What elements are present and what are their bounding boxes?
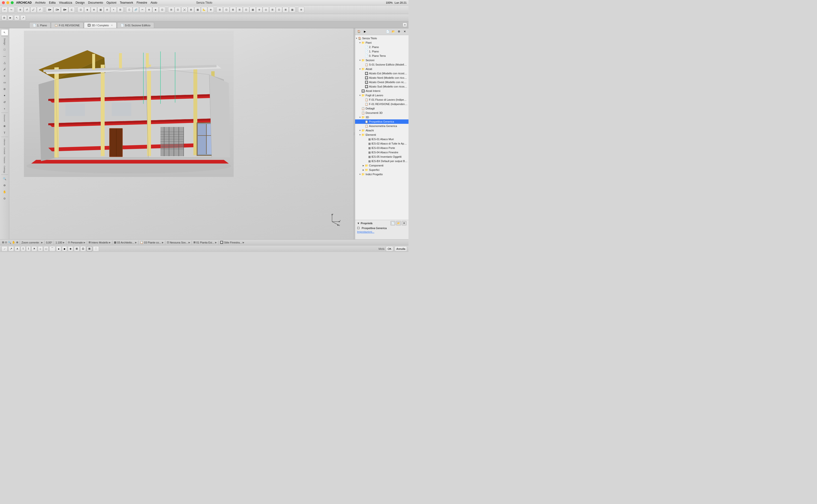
edit-5[interactable]: ◈ (152, 7, 159, 13)
status-zoom[interactable]: Zoom corrente : ▶ (21, 241, 43, 244)
tree-item[interactable]: ▦IES-BX Default per output BIMx (355, 159, 408, 163)
panel-home-btn[interactable]: 🏠 (356, 29, 361, 34)
menu-design[interactable]: Design (76, 1, 85, 4)
left-tool-hatch[interactable]: ≡ (1, 73, 8, 79)
tree-item[interactable]: ▼📁Fogli di Lavoro (355, 93, 408, 97)
menu-archicad[interactable]: ARCHICAD (16, 1, 32, 4)
prop-open-btn[interactable]: 📂 (396, 221, 401, 225)
menu-edita[interactable]: Edita (49, 1, 56, 4)
edit-2[interactable]: 🔗 (133, 7, 139, 13)
bottom-snap-tool[interactable]: ◈ (68, 246, 73, 252)
3d-9[interactable]: ⊞ (269, 7, 275, 13)
prop-new-btn[interactable]: 📄 (390, 221, 395, 225)
left-tool-orbit[interactable]: ⊙ (1, 195, 8, 202)
menu-opzioni[interactable]: Opzioni (107, 1, 117, 4)
left-tool-slab[interactable]: ▭ (1, 79, 8, 86)
tab-3d[interactable]: 🔲 3D / Completo ✕ (84, 22, 117, 28)
maximize-button[interactable] (11, 1, 14, 4)
tree-item[interactable]: 🔲Alzato Nord (Modello con ricostruzione … (355, 76, 408, 80)
tree-item[interactable]: ▦IES-05 Inventario Oggetti (355, 155, 408, 159)
second-2[interactable]: ▶ (8, 15, 13, 20)
status-window-style[interactable]: 🔲 Stile Finestra... ▶ (220, 241, 244, 244)
tree-item[interactable]: 📋Documenti 3D (355, 111, 408, 115)
bottom-section-tool[interactable]: ⊠ (87, 246, 92, 252)
tool-1[interactable]: ⊡ (78, 7, 84, 13)
status-model[interactable]: ⊞ Intero Modello ▶ (88, 241, 111, 244)
tree-item[interactable]: ▦IES-01 Abaco Muri (355, 137, 408, 141)
tab-sezione[interactable]: 📄 S-01 Sezione Edificio (117, 22, 154, 28)
tool-5[interactable]: ⊘ (104, 7, 110, 13)
tool-3[interactable]: ⊕ (91, 7, 97, 13)
bottom-curve-tool[interactable]: ⌇ (26, 246, 31, 252)
panel-back-btn[interactable]: ▶ (362, 29, 367, 34)
menu-teamwork[interactable]: Teamwork (120, 1, 133, 4)
edit-6[interactable]: ⊡ (159, 7, 165, 13)
bottom-dot-tool[interactable]: ● (56, 246, 61, 252)
tab-piano[interactable]: 📄 1. Piano (29, 22, 50, 28)
menu-aiuto[interactable]: Aiuto (150, 1, 157, 4)
tree-item[interactable]: ▼📁Abachi (355, 128, 408, 133)
panel-open-btn[interactable]: 📂 (391, 29, 396, 34)
3d-8[interactable]: ◎ (263, 7, 269, 13)
project-tree[interactable]: ▼🏠Senza Titolo▼📁Piani 📄2. Piano 📄1. Pian… (355, 35, 408, 220)
tree-item[interactable]: 📋F-01 REVISIONE (Indipendente) (355, 102, 408, 106)
tree-item[interactable]: 📄2. Piano (355, 45, 408, 49)
status-override[interactable]: ⊡ Nessuna Sov... ▶ (167, 241, 190, 244)
tab-nav-btn[interactable]: ▾ (402, 23, 407, 27)
left-tool-zoom-in[interactable]: 🔍 (1, 175, 8, 182)
bottom-arrow-tool[interactable]: ⟋ (1, 246, 8, 252)
info-5[interactable]: ▦ (194, 7, 201, 13)
bottom-circle-tool[interactable]: ○ (38, 246, 43, 252)
prop-close-btn[interactable]: ✕ (402, 221, 406, 225)
3d-2[interactable]: ⊡ (223, 7, 229, 13)
edit-1[interactable]: ⟨⟩ (126, 7, 132, 13)
tool-4[interactable]: ▦ (97, 7, 104, 13)
left-tool-pan[interactable]: ✋ (1, 189, 8, 195)
tree-item[interactable]: 📋F-01 Flusso di Lavoro (Indipendente) (355, 97, 408, 102)
tree-item[interactable]: 🔲Alzato Est (Modello con ricostruzione a… (355, 71, 408, 76)
viewport-3d[interactable]: z y x (9, 28, 353, 239)
tab-3d-close[interactable]: ✕ (111, 24, 113, 27)
nav-btn-4[interactable]: ✐ (37, 7, 43, 13)
info-2[interactable]: ⊡ (175, 7, 181, 13)
prop-settings-link[interactable]: Impostazioni... (357, 230, 374, 233)
bottom-fill-tool[interactable]: ■ (62, 246, 67, 252)
left-tool-fill[interactable]: 〆 (1, 66, 8, 72)
left-tool-text[interactable]: T (1, 130, 8, 136)
panel-new-btn[interactable]: 📄 (385, 29, 390, 34)
info-3[interactable]: 〤 (181, 7, 187, 13)
status-renovation[interactable]: ⊠ 01 Pianta Esi... ▶ (193, 241, 217, 244)
bottom-cross-tool[interactable]: ✕ (31, 246, 37, 252)
3d-12[interactable]: ▦ (289, 7, 295, 13)
panel-close-btn[interactable]: ✕ (402, 29, 407, 34)
3d-4[interactable]: ⊞ (236, 7, 243, 13)
second-1[interactable]: ⊞ (1, 15, 7, 20)
bottom-move-tool[interactable]: ↗ (8, 246, 14, 252)
left-tool-add[interactable]: + (1, 106, 8, 112)
tree-item[interactable]: ▦IES-03 Abaco Porte (355, 146, 408, 150)
tree-item[interactable]: 📋Assonometria Generica (355, 124, 408, 128)
3d-11[interactable]: ⊠ (282, 7, 289, 13)
second-3[interactable]: ↖ (14, 15, 20, 20)
edit-4[interactable]: ⊕ (146, 7, 152, 13)
annulla-button[interactable]: Annulla (394, 246, 407, 252)
redo-button[interactable]: ↪ (8, 7, 14, 13)
info-1[interactable]: ⊞ (168, 7, 174, 13)
tree-item[interactable]: 📄1. Piano (355, 49, 408, 54)
tree-item[interactable]: ▶📁Componenti (355, 163, 408, 168)
tree-item[interactable]: 📄0. Piano Terra (355, 54, 408, 58)
left-tool-stair[interactable]: ✦ (1, 92, 8, 99)
tree-item[interactable]: ▶📁Superfici (355, 168, 408, 172)
menu-finestre[interactable]: Finestre (137, 1, 147, 4)
bottom-arc-tool[interactable]: ⌒ (49, 246, 55, 252)
status-scale[interactable]: 1:100 ▶ (55, 241, 65, 244)
undo-button[interactable]: ↩ (1, 7, 8, 13)
info-4[interactable]: ⊠ (188, 7, 194, 13)
close-button[interactable] (2, 1, 5, 4)
tree-item[interactable]: ▼📁3D (355, 115, 408, 119)
extra-tool[interactable]: ⊕ (298, 7, 304, 13)
second-4[interactable]: ↗ (20, 15, 26, 20)
3d-7[interactable]: ⊕ (256, 7, 262, 13)
view-btn-2[interactable]: ⊡▾ (53, 7, 61, 13)
tree-item[interactable]: 📋Dettagli (355, 106, 408, 111)
